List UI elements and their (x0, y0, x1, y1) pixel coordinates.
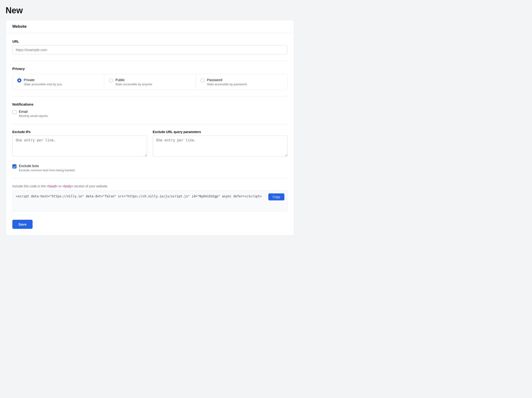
code-instruction-middle: or (58, 184, 62, 188)
exclude-ips-textarea[interactable] (12, 136, 147, 157)
privacy-private-desc: Stats accessible only by you. (24, 83, 63, 86)
privacy-radio-password[interactable] (200, 78, 205, 83)
code-box: <script data-host="https://nilly.io" dat… (12, 190, 287, 211)
exclude-ips-group: Exclude IPs (12, 130, 147, 157)
privacy-radio-group: Private Stats accessible only by you. Pu… (12, 74, 287, 90)
code-instruction-head-tag: <head> (47, 184, 58, 188)
privacy-private-label: Private (24, 78, 63, 82)
privacy-public-label: Public (115, 78, 153, 82)
exclude-query-params-textarea[interactable] (153, 136, 287, 157)
privacy-radio-public[interactable] (109, 78, 113, 83)
exclude-ips-label: Exclude IPs (12, 130, 147, 134)
divider-4 (12, 178, 287, 179)
code-instruction-suffix: section of your website. (73, 184, 108, 188)
notifications-email-option[interactable]: Email Monthly email reports. (12, 110, 287, 118)
code-instruction-prefix: Include this code in the (12, 184, 47, 188)
privacy-option-password[interactable]: Password Stats accessible by password. (196, 74, 287, 90)
code-instruction-body-tag: <body> (62, 184, 73, 188)
exclude-bots-desc: Exclude common bots from being tracked. (19, 169, 76, 172)
privacy-section: Privacy Private Stats accessible only by… (12, 67, 287, 90)
privacy-label: Privacy (12, 67, 287, 71)
divider-1 (12, 61, 287, 61)
page-title: New (6, 6, 526, 15)
code-instruction: Include this code in the <head> or <body… (12, 184, 287, 188)
privacy-password-label: Password (207, 78, 247, 82)
exclude-bots-option[interactable]: Exclude bots Exclude common bots from be… (12, 164, 287, 172)
save-button[interactable]: Save (12, 220, 32, 229)
notifications-email-desc: Monthly email reports. (19, 114, 49, 118)
code-value: <script data-host="https://nilly.io" dat… (16, 194, 262, 198)
url-input[interactable] (12, 45, 287, 54)
exclude-bots-section: Exclude bots Exclude common bots from be… (12, 164, 287, 172)
privacy-option-public[interactable]: Public Stats accessible by anyone. (104, 74, 196, 90)
divider-3 (12, 124, 287, 124)
notifications-email-checkbox[interactable] (12, 110, 17, 114)
exclude-section: Exclude IPs Exclude URL query parameters (12, 130, 287, 157)
privacy-password-desc: Stats accessible by password. (207, 83, 247, 86)
url-label: URL (12, 40, 287, 43)
exclude-query-params-group: Exclude URL query parameters (153, 130, 287, 157)
privacy-public-desc: Stats accessible by anyone. (115, 83, 153, 86)
card-body: URL Privacy Private Stats accessible onl… (6, 33, 294, 235)
card-header: Website (6, 20, 294, 33)
copy-button[interactable]: Copy (268, 193, 284, 200)
code-section: Include this code in the <head> or <body… (12, 184, 287, 211)
notifications-section: Notifications Email Monthly email report… (12, 102, 287, 118)
exclude-bots-checkbox[interactable] (12, 164, 17, 169)
url-section: URL (12, 40, 287, 54)
privacy-radio-private[interactable] (17, 78, 21, 83)
exclude-query-params-label: Exclude URL query parameters (153, 130, 287, 134)
privacy-option-private[interactable]: Private Stats accessible only by you. (13, 74, 104, 90)
main-card: Website URL Privacy Private Stats access… (6, 20, 294, 235)
exclude-bots-label: Exclude bots (19, 164, 76, 168)
notifications-label: Notifications (12, 102, 287, 106)
divider-2 (12, 97, 287, 97)
notifications-email-label: Email (19, 110, 49, 113)
